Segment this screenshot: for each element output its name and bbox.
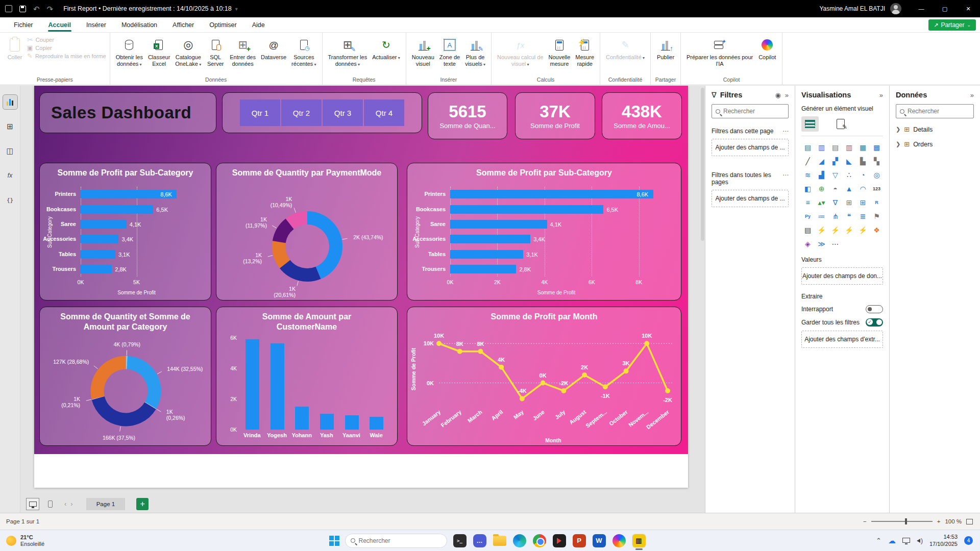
chart-card-3-somme-de-quantity-et-somme-de-amount-par-category[interactable]: Somme de Quantity et Somme de Amount par… (39, 307, 211, 446)
line-stacked-column-chart-icon[interactable]: ▙ (856, 155, 869, 167)
chart-card-5-somme-de-profit-par-month[interactable]: Somme de Profit par Month10K0K10KJanuary… (407, 307, 681, 446)
sidebar-item-tmdl-view[interactable]: {} (3, 193, 17, 207)
ribbon-button-actualiser[interactable]: ↻Actualiser ▾ (370, 35, 402, 63)
network-icon[interactable] (902, 537, 910, 544)
bar-saree[interactable] (450, 220, 547, 229)
keep-all-filters-toggle[interactable] (866, 318, 883, 327)
r-script-visual-icon[interactable]: R (870, 196, 883, 209)
smart-narrative-icon[interactable]: ≣ (856, 210, 869, 222)
stacked-area-chart-icon[interactable]: ▞ (829, 155, 842, 167)
stacked-bar-chart-icon[interactable]: ▤ (801, 141, 814, 154)
slicer-button-qtr-3[interactable]: Qtr 3 (323, 99, 363, 126)
ribbon-button-sql-server[interactable]: SQLServer (204, 35, 227, 68)
expand-chevron-icon[interactable]: ❯ (896, 126, 900, 133)
collapse-panel-icon[interactable]: » (970, 91, 974, 99)
add-all-pages-filter-field[interactable]: Ajouter des champs de ... (712, 190, 789, 207)
add-drillthrough-fields[interactable]: Ajouter des champs d'extr... (801, 331, 883, 348)
ribbon-button-classeur-excel[interactable]: XClasseurExcel (146, 35, 172, 68)
data-search[interactable] (896, 104, 974, 118)
table-icon[interactable]: ⊞ (843, 196, 855, 209)
taskbar-app-powerpoint[interactable]: P (572, 534, 586, 548)
undo-icon[interactable]: ↶ (33, 5, 40, 13)
taskbar-app-teams[interactable]: … (473, 534, 487, 548)
bar-accessories[interactable] (81, 235, 118, 243)
previous-page-icon[interactable]: ‹ (64, 500, 70, 508)
power-apps-icon[interactable]: ◈ (801, 238, 814, 250)
line-chart-plot[interactable]: 10K0K10KJanuary8KFebruary8KMarch4KApril-… (407, 307, 681, 445)
column-yogesh[interactable] (271, 343, 284, 430)
filters-search[interactable] (712, 104, 789, 118)
bar-saree[interactable] (81, 220, 127, 229)
report-page[interactable]: Sales DashboardQtr 1Qtr 2Qtr 3Qtr 45615S… (34, 86, 688, 488)
kpi-card-somme-de-amou[interactable]: 438KSomme de Amou... (602, 92, 682, 139)
slicer-button-qtr-1[interactable]: Qtr 1 (240, 99, 280, 126)
bar-printers[interactable] (450, 190, 653, 198)
chart-card-2-somme-de-profit-par-sub-category[interactable]: Somme de Profit par Sub-Category0K2K4K6K… (407, 163, 681, 300)
taskbar-app-power-bi[interactable]: ▥ (632, 534, 646, 548)
column-yash[interactable] (320, 414, 334, 430)
collapse-panel-icon[interactable]: » (879, 91, 883, 99)
sidebar-item-dax-query-view[interactable]: fx (3, 168, 17, 183)
ribbon-button-reproduire-la-mise-en-forme[interactable]: ✎Reproduire la mise en forme (27, 53, 106, 59)
slicer-button-qtr-2[interactable]: Qtr 2 (281, 99, 322, 126)
expand-chevron-icon[interactable]: ❯ (896, 141, 900, 147)
bar-tables[interactable] (450, 250, 523, 259)
taskbar-app-word[interactable]: W (592, 534, 606, 548)
taskbar-app-console[interactable]: >_ (453, 534, 467, 548)
bar-tables[interactable] (81, 250, 115, 259)
decomposition-tree-icon[interactable]: ⋔ (829, 210, 842, 222)
area-chart-icon[interactable]: ◢ (815, 155, 828, 167)
ribbon-button-coller[interactable]: Coller (4, 35, 26, 62)
zoom-in-icon[interactable]: + (937, 518, 941, 524)
scatter-chart-icon[interactable]: ∴ (843, 169, 855, 181)
100-stacked-column-chart-icon[interactable]: ▩ (870, 141, 883, 154)
chart-card-4-somme-de-amount-par-customername[interactable]: Somme de Amount par CustomerName0K2K4K6K… (216, 307, 398, 446)
kpi-icon[interactable]: ▴▾ (815, 196, 828, 209)
canvas-scrollbar[interactable] (701, 88, 704, 241)
sidebar-item-report-view[interactable] (3, 95, 17, 109)
chart-card-0-somme-de-profit-par-sub-category[interactable]: Somme de Profit par Sub-Category0K5KPrin… (39, 163, 211, 300)
taskbar-search[interactable] (345, 534, 447, 548)
multi-row-card-icon[interactable]: ≡ (801, 196, 814, 209)
column-wale[interactable] (370, 417, 383, 430)
menu-tab-optimiser[interactable]: Optimiser (203, 18, 243, 32)
dashboard-title-card[interactable]: Sales Dashboard (39, 92, 216, 133)
field-parameters-icon[interactable]: ≔ (815, 210, 828, 222)
volume-icon[interactable]: ) (917, 537, 923, 544)
menu-tab-accueil[interactable]: Accueil (42, 18, 78, 32)
zoom-out-icon[interactable]: − (863, 518, 867, 524)
quick-calc-123-icon[interactable]: ⚡ (815, 224, 828, 236)
desktop-layout-icon[interactable] (27, 498, 39, 510)
ribbon-button-obtenir-les-donn-es[interactable]: Obtenir lesdonnées ▾ (114, 35, 145, 69)
minimize-button[interactable]: — (910, 0, 933, 17)
bar-bookcases[interactable] (450, 205, 603, 214)
notification-badge[interactable]: 4 (964, 536, 973, 545)
treemap-icon[interactable]: ◧ (801, 183, 814, 195)
quick-calc-slicer-icon[interactable]: ⚡ (856, 224, 869, 236)
fit-to-page-icon[interactable] (966, 519, 973, 524)
line-clustered-column-chart-icon[interactable]: ▚ (870, 155, 883, 167)
clustered-bar-chart-icon[interactable]: ▤ (829, 141, 842, 154)
bar-accessories[interactable] (450, 235, 530, 243)
ribbon-button-copier[interactable]: ▣Copier (27, 45, 106, 51)
funnel-chart-icon[interactable]: ▽ (829, 169, 842, 181)
data-table-orders[interactable]: ❯⊞Orders (896, 140, 974, 148)
taskbar-app-edge[interactable] (512, 534, 527, 548)
maximize-button[interactable]: ▢ (933, 0, 957, 17)
clustered-column-chart-icon[interactable]: ▥ (843, 141, 855, 154)
save-icon[interactable] (19, 6, 26, 12)
qa-visual-icon[interactable]: ❝ (843, 210, 855, 222)
bar-trousers[interactable] (450, 265, 516, 273)
bar-bookcases[interactable] (81, 205, 153, 214)
ribbon-button-couper[interactable]: ✂Couper (27, 36, 106, 43)
slicer-button-qtr-4[interactable]: Qtr 4 (364, 99, 404, 126)
ribbon-button-dataverse[interactable]: @Dataverse (259, 35, 288, 62)
100-stacked-bar-chart-icon[interactable]: ▦ (856, 141, 869, 154)
menu-tab-afficher[interactable]: Afficher (166, 18, 201, 32)
bar-trousers[interactable] (81, 265, 112, 273)
column-vrinda[interactable] (246, 339, 259, 430)
page-tab[interactable]: Page 1 (86, 498, 125, 510)
100-area-chart-icon[interactable]: ◣ (843, 155, 855, 167)
paginated-report-icon[interactable]: ▤ (801, 224, 814, 236)
ribbon-button-nouvelle-mesure[interactable]: Nouvellemesure (547, 35, 573, 68)
